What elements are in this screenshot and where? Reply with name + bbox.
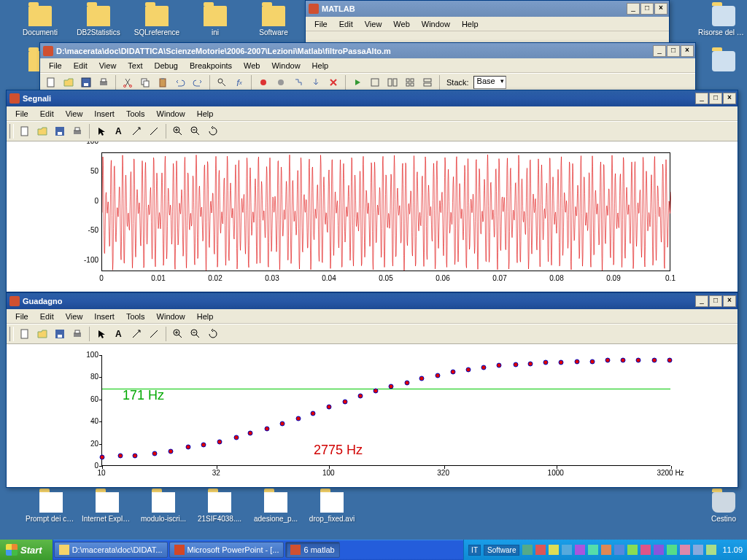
tray-icon[interactable] — [562, 545, 572, 555]
pointer-icon[interactable] — [93, 123, 109, 139]
desktop-icon[interactable]: adesione_p... — [250, 492, 301, 523]
cut-icon[interactable] — [120, 74, 136, 90]
tray-icon[interactable] — [549, 545, 559, 555]
desktop-icon[interactable]: DB2Statistics — [73, 6, 124, 36]
menu-edit[interactable]: Edit — [34, 311, 60, 322]
text-icon[interactable]: A — [111, 123, 127, 139]
taskbar-item-powerpoint[interactable]: Microsoft PowerPoint - [... — [169, 542, 285, 558]
desktop-icon[interactable]: Cestino — [698, 492, 747, 523]
desktop-icon[interactable]: 21SIF4038.... — [194, 492, 245, 523]
x1-icon[interactable] — [367, 74, 383, 90]
menu-tools[interactable]: Tools — [120, 108, 151, 120]
close-button[interactable]: × — [654, 3, 667, 15]
zoom-in-icon[interactable] — [170, 123, 186, 139]
clock[interactable]: 11.09 — [719, 545, 743, 554]
breakpoint-clear-icon[interactable] — [273, 74, 289, 90]
tray-icon[interactable] — [654, 545, 664, 555]
menu-breakpoints[interactable]: Breakpoints — [184, 60, 238, 71]
menu-help[interactable]: Help — [191, 311, 220, 322]
text-icon[interactable]: A — [111, 326, 127, 342]
minimize-button[interactable]: _ — [627, 3, 640, 15]
redo-icon[interactable] — [190, 74, 206, 90]
menu-text[interactable]: Text — [122, 60, 148, 71]
zoom-out-icon[interactable] — [187, 326, 204, 342]
tray-icon[interactable] — [535, 545, 546, 555]
taskbar-item-matlab[interactable]: 6 matlab — [285, 542, 339, 558]
tray-icon[interactable] — [706, 545, 716, 555]
stop-icon[interactable] — [325, 74, 341, 90]
menu-help[interactable]: Help — [456, 18, 484, 30]
x4-icon[interactable] — [419, 74, 436, 90]
menu-insert[interactable]: Insert — [88, 311, 120, 322]
desktop-icon[interactable] — [698, 51, 747, 74]
menu-web[interactable]: Web — [387, 18, 415, 30]
menu-window[interactable]: Window — [266, 60, 306, 71]
desktop-icon[interactable]: modulo-iscri... — [138, 492, 189, 523]
tray-icon[interactable] — [627, 545, 638, 555]
minimize-button[interactable]: _ — [695, 93, 708, 104]
close-button[interactable]: × — [723, 295, 736, 307]
close-button[interactable]: × — [723, 93, 736, 104]
save-icon[interactable] — [78, 74, 94, 90]
rotate-icon[interactable] — [205, 326, 221, 342]
start-button[interactable]: Start — [0, 540, 53, 560]
tray-icon[interactable] — [640, 545, 651, 555]
desktop-icon[interactable]: ini — [190, 6, 241, 36]
print-icon[interactable] — [69, 123, 85, 139]
function-icon[interactable]: fx — [231, 74, 247, 90]
maximize-button[interactable]: □ — [667, 45, 680, 57]
menu-view[interactable]: View — [359, 18, 388, 30]
line-icon[interactable] — [146, 326, 162, 342]
maximize-button[interactable]: □ — [709, 295, 722, 307]
open-icon[interactable] — [61, 74, 77, 90]
arrow-icon[interactable] — [128, 123, 144, 139]
menu-window[interactable]: Window — [151, 311, 191, 322]
maximize-button[interactable]: □ — [709, 93, 722, 104]
menu-insert[interactable]: Insert — [88, 108, 120, 120]
close-button[interactable]: × — [681, 45, 694, 57]
taskbar-item-explorer[interactable]: D:\macerata\doc\DIDAT... — [54, 542, 168, 558]
menu-file[interactable]: File — [9, 311, 34, 322]
step-icon[interactable] — [290, 74, 306, 90]
segnali-titlebar[interactable]: Segnali _ □ × — [7, 90, 738, 106]
menu-window[interactable]: Window — [416, 18, 456, 30]
tray-icon[interactable] — [614, 545, 624, 555]
open-icon[interactable] — [34, 123, 50, 139]
breakpoint-set-icon[interactable] — [255, 74, 271, 90]
desktop-icon[interactable]: Internet Explorer — [82, 492, 133, 523]
menu-tools[interactable]: Tools — [120, 311, 151, 322]
menu-debug[interactable]: Debug — [149, 60, 184, 71]
desktop-icon[interactable]: drop_fixed.avi — [306, 492, 357, 523]
print-icon[interactable] — [96, 74, 112, 90]
software-tray[interactable]: Software — [484, 545, 519, 556]
menu-view[interactable]: View — [93, 60, 123, 71]
desktop-icon[interactable]: Documenti — [15, 6, 66, 36]
tray-icon[interactable] — [522, 545, 533, 555]
x2-icon[interactable] — [384, 74, 400, 90]
print-icon[interactable] — [69, 326, 85, 342]
menu-file[interactable]: File — [43, 60, 68, 71]
minimize-button[interactable]: _ — [653, 45, 666, 57]
language-indicator[interactable]: IT — [468, 545, 481, 556]
desktop-icon[interactable]: SQLreference — [131, 6, 182, 36]
menu-file[interactable]: File — [9, 108, 34, 120]
minimize-button[interactable]: _ — [695, 295, 708, 307]
arrow-icon[interactable] — [128, 326, 144, 342]
menu-view[interactable]: View — [60, 108, 89, 120]
maximize-button[interactable]: □ — [640, 3, 654, 15]
paste-icon[interactable] — [155, 74, 171, 90]
menu-file[interactable]: File — [309, 18, 333, 30]
editor-titlebar[interactable]: D:\macerata\doc\DIDATTICA\ScienzeMotorie… — [40, 43, 695, 58]
menu-help[interactable]: Help — [191, 108, 220, 120]
undo-icon[interactable] — [172, 74, 188, 90]
new-icon[interactable] — [17, 123, 33, 139]
tray-icon[interactable] — [601, 545, 611, 555]
run-icon[interactable] — [349, 74, 365, 90]
find-icon[interactable] — [214, 74, 230, 90]
menu-edit[interactable]: Edit — [34, 108, 60, 120]
copy-icon[interactable] — [137, 74, 153, 90]
tray-icon[interactable] — [588, 545, 598, 555]
menu-help[interactable]: Help — [306, 60, 335, 71]
menu-window[interactable]: Window — [151, 108, 191, 120]
zoom-out-icon[interactable] — [187, 123, 204, 139]
